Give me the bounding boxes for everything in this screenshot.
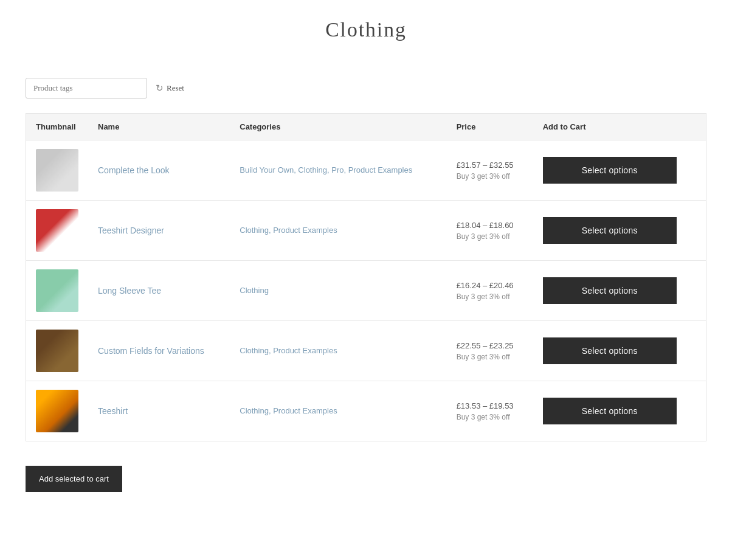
select-options-button[interactable]: Select options bbox=[543, 337, 677, 364]
product-name[interactable]: Custom Fields for Variations bbox=[98, 346, 204, 356]
table-row: Long Sleeve TeeClothing£16.24 – £20.46Bu… bbox=[26, 261, 706, 321]
product-price-cell: £13.53 – £19.53Buy 3 get 3% off bbox=[447, 381, 533, 441]
table-row: Complete the LookBuild Your Own, Clothin… bbox=[26, 140, 706, 201]
price-range: £13.53 – £19.53 bbox=[457, 401, 523, 410]
product-name[interactable]: Complete the Look bbox=[98, 165, 170, 175]
table-row: TeeshirtClothing, Product Examples£13.53… bbox=[26, 381, 706, 441]
price-range: £22.55 – £23.25 bbox=[457, 341, 523, 350]
product-tags-input[interactable] bbox=[26, 78, 147, 99]
price-promo: Buy 3 get 3% off bbox=[457, 232, 523, 241]
add-to-cart-cell: Select options bbox=[533, 261, 706, 321]
product-thumbnail bbox=[36, 330, 78, 372]
table-row: Teeshirt DesignerClothing, Product Examp… bbox=[26, 201, 706, 261]
add-to-cart-cell: Select options bbox=[533, 321, 706, 381]
col-categories: Categories bbox=[230, 114, 446, 140]
filter-bar: ↻ Reset bbox=[26, 78, 706, 99]
product-categories: Clothing, Product Examples bbox=[240, 226, 337, 235]
product-categories: Clothing bbox=[240, 286, 269, 295]
col-name: Name bbox=[88, 114, 230, 140]
product-name-cell: Long Sleeve Tee bbox=[88, 261, 230, 321]
thumbnail-cell bbox=[26, 201, 89, 261]
table-row: Custom Fields for VariationsClothing, Pr… bbox=[26, 321, 706, 381]
col-price: Price bbox=[447, 114, 533, 140]
select-options-button[interactable]: Select options bbox=[543, 277, 677, 304]
product-price-cell: £31.57 – £32.55Buy 3 get 3% off bbox=[447, 140, 533, 201]
add-to-cart-cell: Select options bbox=[533, 381, 706, 441]
product-name-cell: Custom Fields for Variations bbox=[88, 321, 230, 381]
thumbnail-cell bbox=[26, 261, 89, 321]
add-to-cart-cell: Select options bbox=[533, 140, 706, 201]
product-thumbnail bbox=[36, 269, 78, 312]
price-range: £16.24 – £20.46 bbox=[457, 281, 523, 290]
col-add-to-cart: Add to Cart bbox=[533, 114, 706, 140]
product-name[interactable]: Long Sleeve Tee bbox=[98, 286, 161, 296]
thumbnail-cell bbox=[26, 381, 89, 441]
product-categories-cell: Clothing bbox=[230, 261, 446, 321]
product-categories-cell: Clothing, Product Examples bbox=[230, 201, 446, 261]
product-categories-cell: Clothing, Product Examples bbox=[230, 381, 446, 441]
page-title: Clothing bbox=[26, 0, 706, 78]
product-categories: Clothing, Product Examples bbox=[240, 346, 337, 355]
price-range: £31.57 – £32.55 bbox=[457, 161, 523, 170]
select-options-button[interactable]: Select options bbox=[543, 398, 677, 424]
add-to-cart-cell: Select options bbox=[533, 201, 706, 261]
select-options-button[interactable]: Select options bbox=[543, 157, 677, 184]
reset-button[interactable]: ↻ Reset bbox=[156, 83, 184, 94]
col-thumbnail: Thumbnail bbox=[26, 114, 89, 140]
price-promo: Buy 3 get 3% off bbox=[457, 353, 523, 361]
price-promo: Buy 3 get 3% off bbox=[457, 172, 523, 181]
reset-label: Reset bbox=[167, 83, 184, 93]
price-promo: Buy 3 get 3% off bbox=[457, 413, 523, 421]
thumbnail-cell bbox=[26, 140, 89, 201]
thumbnail-cell bbox=[26, 321, 89, 381]
product-name-cell: Teeshirt bbox=[88, 381, 230, 441]
product-categories-cell: Clothing, Product Examples bbox=[230, 321, 446, 381]
select-options-button[interactable]: Select options bbox=[543, 217, 677, 244]
product-categories-cell: Build Your Own, Clothing, Pro, Product E… bbox=[230, 140, 446, 201]
product-thumbnail bbox=[36, 390, 78, 432]
product-thumbnail bbox=[36, 209, 78, 252]
product-price-cell: £18.04 – £18.60Buy 3 get 3% off bbox=[447, 201, 533, 261]
product-categories: Clothing, Product Examples bbox=[240, 406, 337, 415]
product-table: Thumbnail Name Categories Price Add to C… bbox=[26, 113, 706, 441]
product-name[interactable]: Teeshirt Designer bbox=[98, 226, 164, 235]
table-header-row: Thumbnail Name Categories Price Add to C… bbox=[26, 114, 706, 140]
product-categories: Build Your Own, Clothing, Pro, Product E… bbox=[240, 165, 412, 175]
product-name[interactable]: Teeshirt bbox=[98, 406, 128, 416]
product-name-cell: Teeshirt Designer bbox=[88, 201, 230, 261]
product-price-cell: £22.55 – £23.25Buy 3 get 3% off bbox=[447, 321, 533, 381]
product-thumbnail bbox=[36, 149, 78, 192]
price-range: £18.04 – £18.60 bbox=[457, 221, 523, 230]
add-selected-to-cart-button[interactable]: Add selected to cart bbox=[26, 466, 122, 492]
product-name-cell: Complete the Look bbox=[88, 140, 230, 201]
price-promo: Buy 3 get 3% off bbox=[457, 292, 523, 301]
product-price-cell: £16.24 – £20.46Buy 3 get 3% off bbox=[447, 261, 533, 321]
reset-icon: ↻ bbox=[156, 83, 164, 94]
